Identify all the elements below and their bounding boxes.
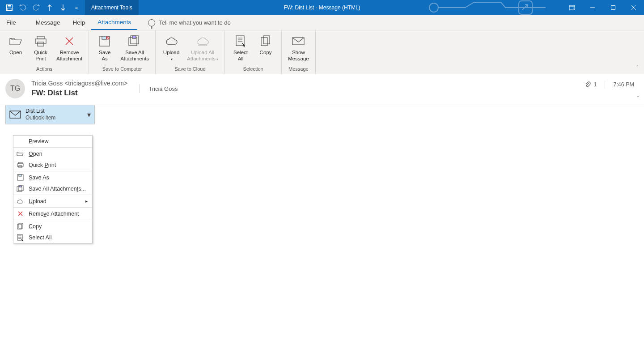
maximize-button[interactable] xyxy=(603,0,623,15)
window-controls xyxy=(562,0,644,15)
quick-print-button[interactable]: QuickPrint xyxy=(29,32,53,65)
group-save-cloud: Upload▾ Upload AllAttachments▾ Save to C… xyxy=(156,30,225,74)
submenu-arrow-icon: ▸ xyxy=(85,199,88,204)
save-all-icon xyxy=(127,34,142,48)
select-all-icon xyxy=(233,34,248,48)
tab-message[interactable]: Message xyxy=(30,15,67,30)
ctx-open[interactable]: Open xyxy=(13,148,92,159)
tab-attachments[interactable]: Attachments xyxy=(91,15,137,30)
expand-header-icon[interactable]: ˇ xyxy=(637,96,639,102)
ctx-quick-print[interactable]: Quick Print xyxy=(13,159,92,170)
save-disk-icon xyxy=(16,174,24,182)
save-disk-icon xyxy=(97,34,112,48)
subject-line: FW: Dist List xyxy=(31,89,127,98)
svg-rect-16 xyxy=(102,36,106,39)
svg-rect-7 xyxy=(611,6,615,10)
open-button[interactable]: Open xyxy=(4,32,28,65)
attachment-count: 1 xyxy=(593,81,597,88)
group-label-save-cloud: Save to Cloud xyxy=(159,65,221,73)
attachment-chip[interactable]: Dist List Outlook item ▾ xyxy=(5,105,95,124)
paperclip-icon xyxy=(585,81,591,88)
remove-attachment-button[interactable]: RemoveAttachment xyxy=(54,32,85,65)
copy-icon xyxy=(16,222,24,230)
group-selection: SelectAll Copy Selection xyxy=(225,30,282,74)
svg-rect-30 xyxy=(19,174,21,176)
lightbulb-icon xyxy=(148,19,155,26)
group-actions: Open QuickPrint RemoveAttachment Actions xyxy=(0,30,89,74)
folder-open-icon xyxy=(16,150,24,158)
ribbon-tabs: File Message Help Attachments Tell me wh… xyxy=(0,15,644,30)
svg-rect-10 xyxy=(37,36,44,39)
previous-item-icon[interactable] xyxy=(46,4,54,12)
sender-avatar: TG xyxy=(5,79,25,98)
tab-help[interactable]: Help xyxy=(67,15,92,30)
title-bar: » Attachment Tools FW: Dist List - Messa… xyxy=(0,0,644,15)
contextual-tab-label: Attachment Tools xyxy=(85,0,139,15)
svg-point-3 xyxy=(429,3,438,12)
attachment-context-menu: Preview Open Quick Print Save As Save Al… xyxy=(13,135,93,243)
envelope-icon xyxy=(291,34,305,48)
save-all-attachments-button[interactable]: Save AllAttachments xyxy=(118,32,152,65)
header-meta: 1 7:46 PM xyxy=(585,81,634,89)
select-all-icon xyxy=(16,234,24,242)
close-button[interactable] xyxy=(623,0,644,15)
undo-icon[interactable] xyxy=(19,4,27,12)
save-icon[interactable] xyxy=(5,4,13,12)
collapse-ribbon-icon[interactable]: ˆ xyxy=(634,65,640,71)
ctx-save-as[interactable]: Save As xyxy=(13,172,92,183)
copy-icon xyxy=(258,34,273,48)
ribbon: Open QuickPrint RemoveAttachment Actions… xyxy=(0,30,644,74)
svg-rect-27 xyxy=(17,164,23,166)
group-save-computer: SaveAs Save AllAttachments Save to Compu… xyxy=(89,30,156,74)
to-line: Tricia Goss xyxy=(139,84,178,93)
ctx-save-all[interactable]: Save All Attachments... xyxy=(13,183,92,194)
svg-rect-1 xyxy=(8,5,11,7)
attachment-type: Outlook item xyxy=(25,115,55,121)
from-line: Tricia Goss <triciagoss@live.com> xyxy=(31,80,127,87)
cloud-upload-all-icon xyxy=(195,34,210,48)
select-all-button[interactable]: SelectAll xyxy=(229,32,253,65)
save-all-icon xyxy=(16,185,24,193)
redo-icon[interactable] xyxy=(32,4,40,12)
ctx-remove[interactable]: Remove Attachment xyxy=(13,208,92,219)
ctx-copy[interactable]: Copy xyxy=(13,221,92,232)
tab-file[interactable]: File xyxy=(0,15,22,30)
printer-icon xyxy=(16,161,24,169)
upload-button[interactable]: Upload▾ xyxy=(159,32,183,65)
upload-all-attachments-button: Upload AllAttachments▾ xyxy=(184,32,221,65)
next-item-icon[interactable] xyxy=(59,4,67,12)
group-label-message: Message xyxy=(285,65,312,73)
received-time: 7:46 PM xyxy=(613,81,634,88)
message-header: TG Tricia Goss <triciagoss@live.com> FW:… xyxy=(0,74,644,105)
svg-rect-11 xyxy=(35,39,46,43)
svg-rect-22 xyxy=(261,38,267,46)
svg-rect-20 xyxy=(132,36,136,38)
svg-rect-33 xyxy=(19,186,21,187)
show-message-button[interactable]: ShowMessage xyxy=(285,32,312,65)
minimize-button[interactable] xyxy=(582,0,603,15)
copy-button[interactable]: Copy xyxy=(254,32,278,65)
tell-me-search[interactable]: Tell me what you want to do xyxy=(148,15,230,30)
cloud-upload-icon xyxy=(16,197,24,205)
title-decoration xyxy=(411,0,555,15)
message-body: Dist List Outlook item ▾ xyxy=(0,105,644,124)
cloud-upload-icon xyxy=(164,34,178,48)
svg-rect-18 xyxy=(129,38,137,46)
ctx-upload[interactable]: Upload ▸ xyxy=(13,196,92,207)
group-label-selection: Selection xyxy=(229,65,278,73)
save-as-button[interactable]: SaveAs xyxy=(93,32,117,65)
group-label-save-computer: Save to Computer xyxy=(93,65,152,73)
svg-rect-12 xyxy=(38,42,44,46)
svg-rect-23 xyxy=(263,36,270,44)
quick-access-toolbar: » xyxy=(0,0,80,15)
ctx-preview[interactable]: Preview xyxy=(13,136,92,147)
svg-rect-5 xyxy=(569,5,575,10)
ctx-select-all[interactable]: Select All xyxy=(13,232,92,243)
tell-me-placeholder: Tell me what you want to do xyxy=(159,19,230,26)
attachment-dropdown-icon[interactable]: ▾ xyxy=(86,110,92,119)
ribbon-display-options[interactable] xyxy=(562,0,582,15)
folder-open-icon xyxy=(8,34,23,48)
group-message: ShowMessage Message xyxy=(282,30,316,74)
separator xyxy=(605,81,605,89)
qat-overflow-icon[interactable]: » xyxy=(72,4,80,12)
